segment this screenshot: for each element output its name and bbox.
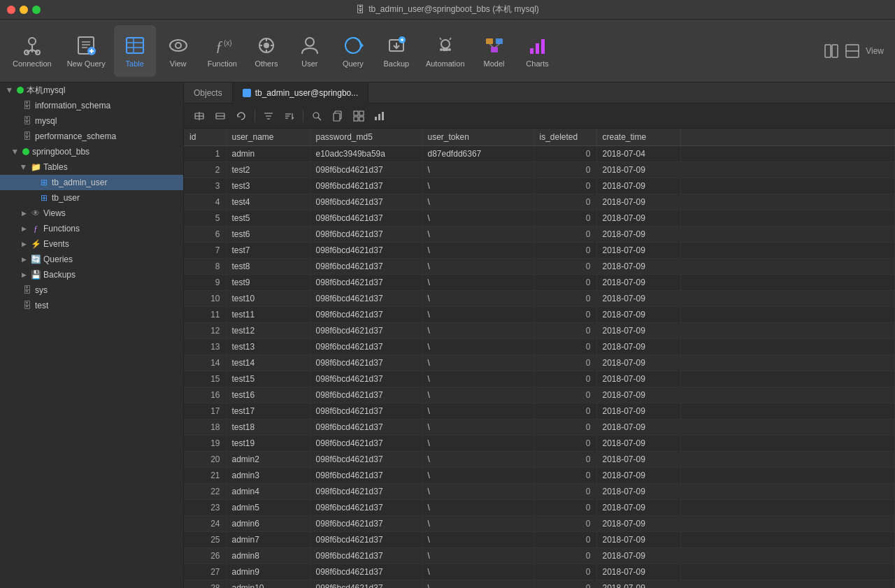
toolbar-right: View: [824, 43, 889, 59]
table-row[interactable]: 27admin9098f6bcd4621d37\02018-07-09: [184, 564, 895, 580]
cell-extra: [680, 227, 895, 243]
table-row[interactable]: 14test14098f6bcd4621d37\02018-07-09: [184, 355, 895, 371]
add-row-button[interactable]: [189, 107, 209, 125]
svg-text:(x): (x): [224, 39, 232, 47]
sub-toolbar: [184, 103, 895, 129]
table-row[interactable]: 3test3098f6bcd4621d37\02018-07-09: [184, 178, 895, 194]
tab-objects-label: Objects: [194, 88, 222, 98]
toolbar-automation[interactable]: Automation: [419, 25, 472, 77]
toolbar-view[interactable]: View: [157, 25, 199, 77]
col-header-is-deleted[interactable]: is_deleted: [534, 129, 596, 146]
table-row[interactable]: 12test12098f6bcd4621d37\02018-07-09: [184, 323, 895, 339]
table-row[interactable]: 13test13098f6bcd4621d37\02018-07-09: [184, 339, 895, 355]
delete-row-button[interactable]: [210, 107, 230, 125]
cell-id-18: 19: [184, 436, 226, 452]
table-row[interactable]: 28admin10098f6bcd4621d37\02018-07-09: [184, 580, 895, 589]
table-row[interactable]: 2test2098f6bcd4621d37\02018-07-09: [184, 162, 895, 178]
toolbar-function[interactable]: ƒ (x) Function: [201, 25, 244, 77]
sidebar-item-events[interactable]: ▶ ⚡ Events: [0, 236, 183, 252]
table-row[interactable]: 20admin2098f6bcd4621d37\02018-07-09: [184, 452, 895, 468]
maximize-button[interactable]: [32, 6, 41, 14]
table-row[interactable]: 15test15098f6bcd4621d37\02018-07-09: [184, 371, 895, 387]
toolbar-backup[interactable]: Backup: [375, 25, 417, 77]
sidebar-item-performance-schema[interactable]: ▶ 🗄 performance_schema: [0, 129, 183, 144]
close-button[interactable]: [7, 6, 15, 14]
table-row[interactable]: 17test17098f6bcd4621d37\02018-07-09: [184, 403, 895, 420]
sidebar-item-tb-admin-user[interactable]: ▶ ⊞ tb_admin_user: [0, 175, 183, 190]
sidebar-item-mysql[interactable]: ▶ 🗄 mysql: [0, 113, 183, 129]
toolbar-charts[interactable]: Charts: [517, 25, 559, 77]
cell-password-md5: 098f6bcd4621d37: [310, 227, 422, 243]
sidebar-item-tables[interactable]: ▶ 📁 Tables: [0, 159, 183, 175]
filter-button[interactable]: [259, 107, 278, 125]
cell-user-name: admin10: [226, 580, 310, 589]
tab-objects[interactable]: Objects: [184, 83, 233, 103]
svg-line-44: [489, 44, 493, 47]
sidebar-item-backups[interactable]: ▶ 💾 Backups: [0, 267, 183, 282]
col-header-id[interactable]: id: [184, 129, 226, 146]
col-header-user-token[interactable]: user_token: [422, 129, 534, 146]
table-row[interactable]: 6test6098f6bcd4621d37\02018-07-09: [184, 227, 895, 243]
refresh-button[interactable]: [231, 107, 251, 125]
table-row[interactable]: 19test19098f6bcd4621d37\02018-07-09: [184, 436, 895, 452]
cell-user-name: test3: [226, 178, 310, 194]
cell-id-3: 4: [184, 194, 226, 210]
sidebar-item-views[interactable]: ▶ 👁 Views: [0, 206, 183, 221]
tab-table-data[interactable]: tb_admin_user@springbo...: [233, 83, 369, 103]
sidebar-item-test[interactable]: ▶ 🗄 test: [0, 298, 183, 313]
copy-button[interactable]: [328, 107, 348, 125]
chart-view-button[interactable]: [370, 107, 389, 125]
toolbar-model[interactable]: Model: [473, 25, 515, 77]
cell-user-token: \: [422, 580, 534, 589]
sort-button[interactable]: [280, 107, 299, 125]
table-row[interactable]: 25admin7098f6bcd4621d37\02018-07-09: [184, 532, 895, 548]
cell-user-token: \: [422, 323, 534, 339]
layout-toggle-icon[interactable]: [845, 43, 860, 59]
table-row[interactable]: 22admin4098f6bcd4621d37\02018-07-09: [184, 484, 895, 500]
svg-rect-46: [530, 48, 534, 54]
table-row[interactable]: 4test4098f6bcd4621d37\02018-07-09: [184, 194, 895, 210]
table-row[interactable]: 8test8098f6bcd4621d37\02018-07-09: [184, 259, 895, 275]
table-row[interactable]: 24admin6098f6bcd4621d37\02018-07-09: [184, 516, 895, 532]
table-row[interactable]: 10test10098f6bcd4621d37\02018-07-09: [184, 291, 895, 307]
minimize-button[interactable]: [20, 6, 28, 14]
search-button[interactable]: [307, 107, 327, 125]
sidebar-toggle-icon[interactable]: [824, 43, 839, 59]
grid-view-button[interactable]: [349, 107, 368, 125]
toolbar-others[interactable]: Others: [245, 25, 287, 77]
view-icon: [167, 34, 189, 57]
sidebar-item-springboot-bbs[interactable]: ▶ springboot_bbs: [0, 144, 183, 159]
col-header-user-name[interactable]: user_name: [226, 129, 310, 146]
svg-rect-49: [825, 45, 831, 57]
cell-password-md5: 098f6bcd4621d37: [310, 532, 422, 548]
sidebar-item-sys[interactable]: ▶ 🗄 sys: [0, 282, 183, 298]
toolbar-connection[interactable]: Connection: [6, 25, 59, 77]
sidebar-item-functions[interactable]: ▶ ƒ Functions: [0, 221, 183, 236]
col-header-create-time[interactable]: create_time: [596, 129, 680, 146]
toolbar-user[interactable]: User: [289, 25, 331, 77]
sidebar-item-queries[interactable]: ▶ 🔄 Queries: [0, 252, 183, 267]
table-row[interactable]: 5test5098f6bcd4621d37\02018-07-09: [184, 210, 895, 227]
table-row[interactable]: 26admin8098f6bcd4621d37\02018-07-09: [184, 548, 895, 564]
table-row[interactable]: 16test16098f6bcd4621d37\02018-07-09: [184, 387, 895, 403]
table-row[interactable]: 18test18098f6bcd4621d37\02018-07-09: [184, 420, 895, 436]
table-row[interactable]: 7test7098f6bcd4621d37\02018-07-09: [184, 243, 895, 259]
sidebar-item-local-mysql[interactable]: ▶ 本机mysql: [0, 83, 183, 98]
toolbar-table[interactable]: Table: [114, 25, 156, 77]
toolbar-new-query[interactable]: New Query: [60, 25, 113, 77]
svg-rect-69: [359, 111, 364, 115]
events-label: Events: [43, 239, 69, 249]
cell-create-time: 2018-07-09: [596, 387, 680, 403]
toolbar-query[interactable]: Query: [332, 25, 374, 77]
table-row[interactable]: 11test11098f6bcd4621d37\02018-07-09: [184, 307, 895, 323]
sidebar-item-tb-user[interactable]: ▶ ⊞ tb_user: [0, 190, 183, 206]
table-row[interactable]: 23admin5098f6bcd4621d37\02018-07-09: [184, 500, 895, 516]
svg-rect-47: [536, 43, 539, 54]
cell-id-25: 26: [184, 548, 226, 564]
table-row[interactable]: 1admine10adc3949ba59ad87edfdd636702018-0…: [184, 146, 895, 162]
col-header-password-md5[interactable]: password_md5: [310, 129, 422, 146]
cell-id-4: 5: [184, 210, 226, 227]
table-row[interactable]: 9test9098f6bcd4621d37\02018-07-09: [184, 275, 895, 291]
sidebar-item-information-schema[interactable]: ▶ 🗄 information_schema: [0, 98, 183, 113]
table-row[interactable]: 21admin3098f6bcd4621d37\02018-07-09: [184, 468, 895, 484]
